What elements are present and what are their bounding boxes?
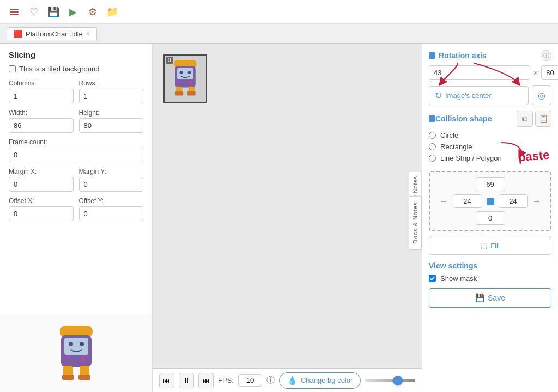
margin-y-input[interactable]: [79, 177, 144, 192]
margin-y-field: Margin Y:: [79, 168, 144, 192]
hamburger-button[interactable]: [7, 4, 22, 20]
frame-count-field: Frame count:: [9, 138, 143, 162]
frame-count-label: Frame count:: [9, 138, 143, 146]
bbox-right-input[interactable]: [499, 194, 528, 208]
tab-title: PlatformChar_Idle: [26, 30, 83, 38]
images-center-button[interactable]: ↻ Image's center: [429, 86, 529, 105]
rotation-info-button[interactable]: ⓘ: [541, 50, 551, 61]
fps-label: FPS:: [218, 376, 234, 384]
rotation-y-input[interactable]: [541, 65, 558, 80]
svg-rect-21: [187, 91, 196, 96]
main-area: Slicing This is a tiled background Colum…: [0, 44, 558, 392]
play-button[interactable]: ▶: [65, 4, 81, 20]
location-icon: ◎: [538, 90, 545, 101]
paste-collision-button[interactable]: 📋: [535, 111, 551, 127]
show-mask-row: Show mask: [429, 274, 551, 283]
bbox-bottom-input[interactable]: [476, 211, 505, 225]
next-frame-button[interactable]: ⏭: [198, 373, 214, 388]
height-input[interactable]: [79, 118, 144, 133]
margin-x-input[interactable]: [9, 177, 74, 192]
rectangle-radio[interactable]: [429, 143, 436, 150]
show-mask-checkbox[interactable]: [429, 275, 436, 282]
sliders-button[interactable]: ⚙: [85, 4, 100, 20]
frame-count-input[interactable]: [9, 148, 143, 162]
tab-close-button[interactable]: ×: [86, 30, 90, 38]
center-row: ↻ Image's center ◎: [429, 85, 551, 105]
offset-x-field: Offset X:: [9, 197, 74, 221]
change-bg-button[interactable]: 💧 Change bg color: [279, 372, 361, 389]
columns-label: Columns:: [9, 79, 74, 87]
save-button[interactable]: 💾: [46, 4, 61, 20]
favorites-button[interactable]: ♡: [26, 4, 41, 20]
copy-icon: ⧉: [522, 114, 527, 124]
canvas-area: 0 ✛ ⏮: [153, 44, 422, 392]
canvas-bottom-bar: ⏮ ⏸ ⏭ FPS: ⓘ 💧 Change bg color: [153, 368, 422, 392]
rotation-coord-row: ×: [429, 65, 551, 80]
offset-y-field: Offset Y:: [79, 197, 144, 221]
tab-platform-char-idle[interactable]: 🟥 PlatformChar_Idle ×: [7, 27, 97, 40]
save-button[interactable]: 💾 Save: [429, 288, 551, 308]
offset-y-input[interactable]: [79, 206, 144, 221]
rows-input[interactable]: [79, 89, 144, 103]
svg-point-15: [188, 71, 191, 74]
tiled-bg-checkbox[interactable]: [9, 65, 16, 72]
copy-collision-button[interactable]: ⧉: [517, 111, 533, 127]
height-field: Height:: [79, 109, 144, 133]
circle-radio-row: Circle: [429, 131, 551, 139]
bg-color-bar: 💧 Change bg color: [279, 372, 415, 389]
bg-color-slider[interactable]: [365, 379, 415, 382]
columns-field: Columns:: [9, 79, 74, 103]
slider-thumb[interactable]: [393, 376, 403, 385]
bbox-center-dot: [487, 198, 494, 205]
folder-button[interactable]: 📁: [105, 4, 120, 20]
frame-number: 0: [166, 57, 173, 64]
svg-rect-9: [62, 375, 74, 380]
arrow-right-icon: →: [532, 197, 541, 206]
tab-bar: 🟥 PlatformChar_Idle ×: [0, 24, 558, 44]
show-mask-label: Show mask: [440, 274, 477, 283]
rotate-icon: ↻: [435, 90, 442, 101]
line-strip-label: Line Strip / Polygon: [440, 154, 502, 162]
tab-icon: 🟥: [14, 30, 22, 38]
rows-field: Rows:: [79, 79, 144, 103]
arrow-left-icon: ←: [440, 197, 448, 206]
save-icon: 💾: [475, 293, 484, 302]
prev-frame-button[interactable]: ⏮: [159, 373, 174, 388]
margin-y-label: Margin Y:: [79, 168, 144, 175]
rotation-axis-title: Rotation axis: [439, 51, 537, 60]
frame-sprite: ✛: [169, 59, 202, 100]
bbox-left-input[interactable]: [453, 194, 482, 208]
location-pin-button[interactable]: ◎: [532, 85, 551, 105]
svg-text:✛: ✛: [176, 78, 181, 85]
svg-point-4: [80, 342, 84, 346]
svg-rect-10: [78, 375, 90, 380]
width-input[interactable]: [9, 118, 74, 133]
view-settings-section: View settings Show mask 💾 Save: [429, 261, 551, 308]
offset-y-label: Offset Y:: [79, 197, 144, 205]
circle-label: Circle: [440, 131, 458, 139]
fill-icon: ⬚: [481, 242, 487, 250]
pause-button[interactable]: ⏸: [179, 373, 194, 388]
rotation-axis-section-header: Rotation axis ⓘ: [429, 50, 551, 61]
svg-point-6: [81, 357, 85, 362]
rotation-axis-dot: [429, 52, 435, 59]
info-icon[interactable]: ⓘ: [266, 375, 275, 385]
docs-notes-sidebar-tab[interactable]: Docs & Notes: [409, 196, 422, 250]
line-strip-radio[interactable]: [429, 155, 436, 162]
margin-x-field: Margin X:: [9, 168, 74, 192]
sprite-frame: 0 ✛: [163, 54, 207, 103]
canvas-content[interactable]: 0 ✛: [153, 44, 422, 368]
columns-rows-grid: Columns: Rows:: [9, 79, 143, 103]
circle-radio[interactable]: [429, 132, 436, 139]
fps-input[interactable]: [238, 374, 262, 387]
rotation-x-input[interactable]: [429, 65, 530, 80]
fill-button[interactable]: ⬚ Fill: [429, 237, 551, 255]
margin-grid: Margin X: Margin Y:: [9, 168, 143, 192]
offset-x-input[interactable]: [9, 206, 74, 221]
bbox-top-input[interactable]: [476, 177, 505, 191]
collision-shape-header: Collision shape ⧉ 📋: [429, 111, 551, 127]
columns-input[interactable]: [9, 89, 74, 103]
collision-actions: ⧉ 📋: [517, 111, 551, 127]
main-toolbar: ♡ 💾 ▶ ⚙ 📁: [0, 0, 558, 24]
width-label: Width:: [9, 109, 74, 117]
